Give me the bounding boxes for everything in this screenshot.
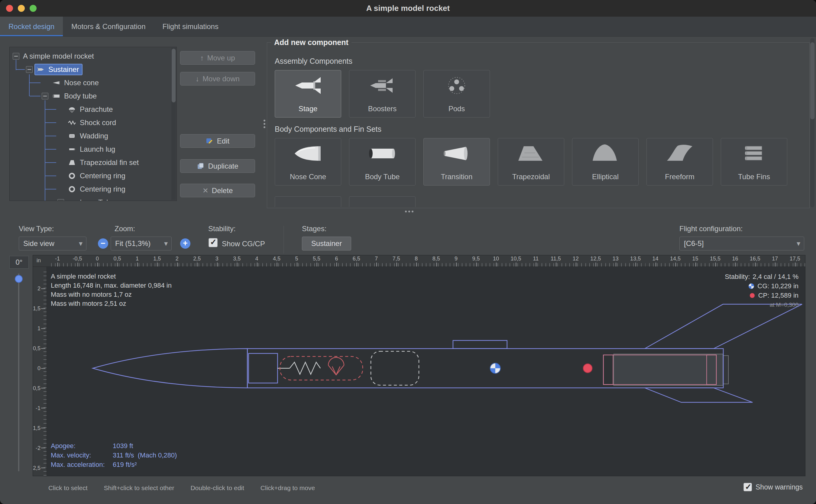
tab-motors-configuration[interactable]: Motors & Configuration: [63, 17, 154, 36]
zoom-in-button[interactable]: +: [180, 238, 190, 249]
component-button-partial[interactable]: [275, 196, 341, 207]
x-icon: ✕: [202, 187, 209, 194]
add-component-panel: Add new component Assembly ComponentsSta…: [267, 37, 810, 208]
component-button-partial[interactable]: [349, 196, 416, 207]
flight-label: Max. acceleration:: [51, 460, 113, 469]
component-tree-panel: A simple model rocketSustainerNose coneB…: [9, 47, 177, 201]
component-button-boosters[interactable]: Boosters: [349, 70, 416, 118]
tree-item-shock-cord[interactable]: Shock cord: [10, 116, 176, 129]
duplicate-button[interactable]: Duplicate: [180, 159, 255, 173]
tree-item-label: Sustainer: [48, 65, 79, 74]
stage-toggle-label: Sustainer: [311, 239, 342, 248]
stages-label: Stages:: [302, 225, 326, 233]
motor-drawing[interactable]: [614, 354, 728, 386]
rotation-slider-thumb[interactable]: [15, 275, 23, 283]
tree-item-a-simple-model-rocket[interactable]: A simple model rocket: [10, 50, 176, 63]
tree-item-inner-tube[interactable]: Inner Tube: [10, 196, 176, 201]
component-button-body-tube[interactable]: Body Tube: [349, 138, 416, 186]
tab-rocket-design[interactable]: Rocket design: [0, 17, 63, 36]
wadding-icon: [68, 132, 77, 140]
flight-value: 311 ft/s (Mach 0,280): [113, 451, 177, 459]
component-button-label: Boosters: [368, 105, 397, 113]
flight-config-select[interactable]: [C6-5]: [679, 237, 804, 250]
parachute-drawing[interactable]: [280, 357, 363, 380]
zoom-out-button[interactable]: −: [98, 238, 108, 249]
innertube-icon: [68, 198, 77, 201]
cp-text: CP: 12,589 in: [758, 291, 798, 300]
tree-item-wadding[interactable]: Wadding: [10, 129, 176, 143]
component-button-trapezoidal[interactable]: Trapezoidal: [498, 138, 564, 186]
tree-item-label: Shock cord: [80, 118, 116, 127]
flight-value: 619 ft/s²: [113, 461, 137, 468]
info-line: Length 16,748 in, max. diameter 0,984 in: [51, 281, 172, 290]
tree-item-parachute[interactable]: Parachute: [10, 103, 176, 116]
transition-icon: [442, 142, 472, 165]
stage-toggle-sustainer[interactable]: Sustainer: [302, 237, 351, 250]
zoom-select[interactable]: Fit (51,3%): [111, 237, 172, 250]
shock-cord-drawing[interactable]: [277, 362, 320, 374]
status-hint: Shift+click to select other: [104, 484, 174, 492]
move-down-button[interactable]: ↓ Move down: [180, 72, 255, 86]
component-button-elliptical[interactable]: Elliptical: [572, 138, 639, 186]
launchlug-icon: [68, 145, 77, 153]
tree-item-sustainer[interactable]: Sustainer: [10, 63, 176, 76]
collapse-icon[interactable]: [26, 66, 33, 73]
nose-cone-drawing[interactable]: [93, 349, 248, 388]
component-button-tube-fins[interactable]: Tube Fins: [721, 138, 787, 186]
collapse-icon[interactable]: [42, 93, 48, 99]
shockcord-icon: [68, 118, 77, 127]
collapse-icon[interactable]: [57, 199, 64, 201]
tree-item-centering-ring[interactable]: Centering ring: [10, 183, 176, 196]
edit-button[interactable]: Edit: [180, 134, 255, 148]
centeringring-icon: [68, 172, 77, 180]
tab-flight-simulations[interactable]: Flight simulations: [154, 17, 227, 36]
flight-data-row: Apogee:1039 ft: [51, 441, 177, 451]
section-title-body-components-and-fin-sets: Body Components and Fin Sets: [275, 125, 802, 134]
component-button-transition[interactable]: Transition: [423, 138, 490, 186]
tree-item-nose-cone[interactable]: Nose cone: [10, 76, 176, 89]
view-type-label: View Type:: [19, 225, 54, 233]
close-button[interactable]: [6, 5, 13, 12]
component-button-nose-cone[interactable]: Nose Cone: [275, 138, 341, 186]
component-button-label: Body Tube: [365, 173, 400, 181]
view-type-select[interactable]: Side view: [19, 237, 86, 250]
tree-item-trapezoidal-fin-set[interactable]: Trapezoidal fin set: [10, 156, 176, 169]
tree-item-launch-lug[interactable]: Launch lug: [10, 143, 176, 156]
minimize-button[interactable]: [18, 5, 25, 12]
edit-label: Edit: [217, 137, 229, 145]
flight-label: Max. velocity:: [51, 451, 113, 460]
show-cgcp-checkbox[interactable]: [209, 238, 218, 247]
trapezoidal-icon: [516, 142, 546, 165]
component-button-label: Pods: [448, 105, 465, 113]
rocket-view-canvas[interactable]: in -1-0,500,511,522,533,544,555,566,577,…: [33, 255, 805, 476]
rotation-slider[interactable]: [18, 273, 19, 471]
splitter-handle-horizontal[interactable]: [405, 211, 407, 212]
pods-icon: [442, 74, 472, 97]
component-button-freeform[interactable]: Freeform: [646, 138, 713, 186]
tree-scrollbar-thumb[interactable]: [172, 49, 176, 102]
stage-icon: [293, 74, 323, 97]
launch-lug-drawing[interactable]: [453, 341, 507, 349]
component-button-stage[interactable]: Stage: [275, 70, 341, 118]
maximize-button[interactable]: [30, 5, 37, 12]
splitter-handle-vertical[interactable]: [264, 120, 265, 121]
tree-item-body-tube[interactable]: Body tube: [10, 89, 176, 103]
rotation-indicator: 0°: [9, 256, 29, 269]
body-tube-icon: [367, 142, 397, 165]
delete-label: Delete: [212, 186, 233, 195]
wadding-drawing[interactable]: [371, 351, 419, 385]
tree-item-centering-ring[interactable]: Centering ring: [10, 169, 176, 183]
status-hint: Double-click to edit: [190, 484, 244, 492]
stability-label: Stability:: [208, 225, 236, 233]
component-button-pods[interactable]: Pods: [423, 70, 490, 118]
app-window: A simple model rocket Rocket designMotor…: [0, 0, 816, 504]
show-warnings-checkbox[interactable]: [743, 483, 752, 491]
move-up-button[interactable]: ↑ Move up: [180, 51, 255, 65]
panel-scrollbar-thumb[interactable]: [810, 42, 814, 119]
delete-button[interactable]: ✕ Delete: [180, 184, 255, 197]
tree-item-label: Body tube: [64, 92, 97, 100]
collapse-icon[interactable]: [13, 53, 19, 60]
tab-bar: Rocket designMotors & ConfigurationFligh…: [0, 17, 816, 37]
flight-config-value: [C6-5]: [684, 239, 704, 247]
tree-item-label: Wadding: [80, 132, 108, 140]
